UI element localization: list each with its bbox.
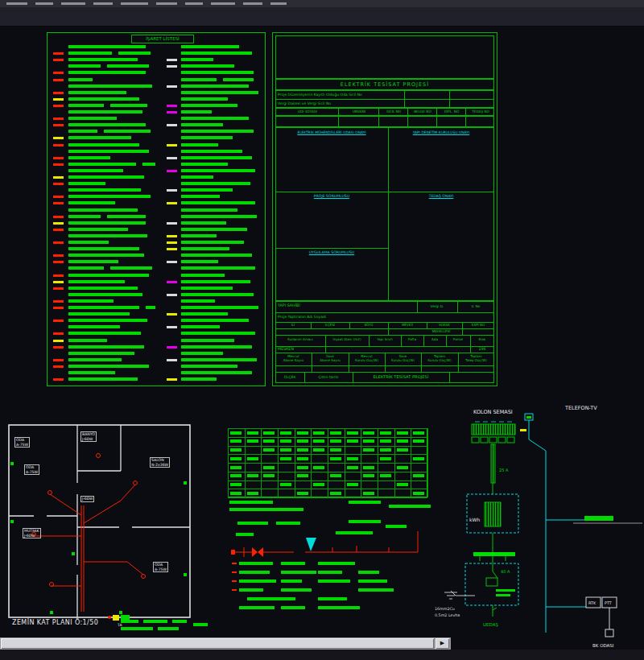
menu-item[interactable] — [121, 2, 148, 5]
menu-item[interactable] — [270, 2, 287, 5]
scrollbar-thumb[interactable] — [1, 638, 434, 649]
plan-note-bar — [121, 620, 138, 623]
room-label: ODA A-75W — [153, 562, 168, 572]
cad-window: KOLON SEMASI 25 A kWh — [0, 0, 644, 660]
plan-note-bar — [158, 627, 179, 630]
room-label: SALON N-2x36W — [150, 457, 170, 468]
menu-bar — [0, 0, 644, 7]
room-label: MUTFAK J-60W — [23, 528, 41, 538]
status-bar — [0, 650, 644, 660]
menu-item[interactable] — [243, 2, 262, 5]
plan-note-bar — [143, 620, 167, 623]
horizontal-scrollbar[interactable]: ▶ — [0, 637, 451, 650]
room-label: J-60W — [80, 496, 94, 502]
menu-item[interactable] — [6, 2, 27, 5]
menu-item[interactable] — [61, 2, 85, 5]
menu-item[interactable] — [93, 2, 113, 5]
menu-items — [0, 0, 644, 7]
menu-item[interactable] — [156, 2, 177, 5]
plan-note-bar — [121, 627, 153, 630]
drawing-canvas[interactable]: KOLON SEMASI 25 A kWh — [0, 0, 644, 660]
toolbar-strip — [0, 7, 644, 27]
menu-item[interactable] — [35, 2, 53, 5]
room-label: BANYO J-60W — [80, 431, 97, 442]
plan-annotations: ODA A-75WODA A-75WBANYO J-60WSALON N-2x3… — [0, 0, 644, 660]
menu-item[interactable] — [211, 2, 235, 5]
scrollbar-right-arrow-icon[interactable]: ▶ — [436, 638, 449, 649]
room-label: ODA A-75W — [14, 437, 30, 448]
plan-title: ZEMİN KAT PLANI Ö:1/50 — [12, 619, 98, 626]
plan-note-bar — [193, 623, 208, 626]
room-label: ODA A-75W — [24, 464, 39, 475]
plan-note-bar — [172, 620, 187, 623]
menu-item[interactable] — [185, 2, 203, 5]
